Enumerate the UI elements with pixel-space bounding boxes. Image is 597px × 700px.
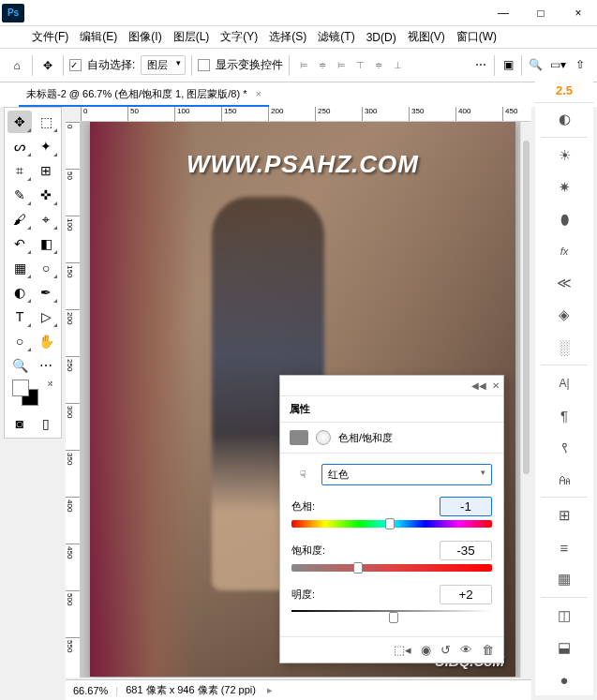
align-bottom-icon[interactable]: ⊥ bbox=[389, 57, 406, 74]
reset-icon[interactable]: ↺ bbox=[440, 643, 451, 657]
vertical-ruler[interactable]: 0 50 100 150 200 250 300 350 400 450 500… bbox=[66, 122, 81, 678]
brush-tool[interactable]: 🖌 bbox=[7, 208, 32, 231]
path-select-tool[interactable]: ▷ bbox=[34, 305, 58, 328]
delete-adjustment-icon[interactable]: 🗑 bbox=[482, 643, 494, 657]
lasso-tool[interactable]: ᔕ bbox=[7, 135, 32, 157]
swap-colors-icon[interactable]: ⤭ bbox=[47, 380, 53, 388]
gradient-tool[interactable]: ▦ bbox=[7, 257, 32, 279]
home-icon[interactable]: ⌂ bbox=[7, 56, 26, 75]
vertical-scrollbar[interactable] bbox=[520, 122, 531, 678]
menu-window[interactable]: 窗口(W) bbox=[451, 29, 502, 45]
brush-size-badge[interactable]: 2.5 bbox=[535, 79, 593, 103]
auto-select-dropdown[interactable]: 图层 bbox=[141, 55, 186, 75]
targeted-adjust-icon[interactable]: ☟ bbox=[291, 463, 314, 485]
menu-filter[interactable]: 滤镜(T) bbox=[312, 29, 360, 45]
clone-tool[interactable]: ⌖ bbox=[34, 208, 58, 231]
properties-panel-icon[interactable]: ▦ bbox=[535, 563, 593, 595]
scrollbar-thumb[interactable] bbox=[523, 141, 530, 474]
hue-slider-thumb[interactable] bbox=[385, 518, 395, 529]
quick-select-tool[interactable]: ✦ bbox=[34, 135, 58, 157]
minimize-button[interactable]: — bbox=[485, 0, 522, 26]
lightness-slider[interactable] bbox=[291, 610, 492, 619]
eyedropper-tool[interactable]: ✎ bbox=[7, 184, 32, 206]
3d-mode-icon[interactable]: ▣ bbox=[499, 55, 517, 74]
brush-panel-icon[interactable]: ⬮ bbox=[535, 203, 593, 235]
brightness-panel-icon[interactable]: ☀ bbox=[535, 140, 593, 171]
status-menu-icon[interactable]: ▸ bbox=[267, 684, 273, 696]
layers-panel-icon[interactable]: ⬓ bbox=[535, 632, 593, 663]
close-button[interactable]: × bbox=[560, 0, 597, 26]
align-left-icon[interactable]: ⊨ bbox=[295, 57, 312, 74]
clip-to-layer-icon[interactable]: ⬚◂ bbox=[394, 643, 411, 657]
shape-tool[interactable]: ○ bbox=[7, 330, 32, 352]
saturation-slider-thumb[interactable] bbox=[353, 562, 363, 573]
blur-tool[interactable]: ○ bbox=[34, 257, 58, 279]
adjustments-panel-icon[interactable]: ◈ bbox=[535, 299, 593, 331]
foreground-color[interactable] bbox=[12, 380, 29, 396]
zoom-level[interactable]: 66.67% bbox=[73, 685, 108, 696]
lightness-input[interactable] bbox=[440, 585, 492, 604]
hue-slider[interactable] bbox=[291, 520, 492, 529]
pen-tool[interactable]: ✒ bbox=[34, 281, 58, 304]
horizontal-ruler[interactable]: 0 50 100 150 200 250 300 350 400 450 500… bbox=[81, 107, 531, 122]
screen-mode-button[interactable]: ▯ bbox=[34, 412, 58, 435]
panel-close-icon[interactable]: ✕ bbox=[492, 380, 500, 391]
frame-tool[interactable]: ⊞ bbox=[34, 159, 58, 182]
close-tab-icon[interactable]: × bbox=[256, 88, 261, 99]
color-panel-icon[interactable]: ◐ bbox=[535, 103, 593, 135]
menu-view[interactable]: 视图(V) bbox=[402, 29, 451, 45]
menu-3d[interactable]: 3D(D) bbox=[361, 31, 402, 44]
glyphs-panel-icon[interactable]: ९ bbox=[535, 431, 593, 463]
saturation-input[interactable] bbox=[440, 541, 492, 560]
maximize-button[interactable]: □ bbox=[522, 0, 560, 26]
saturation-slider[interactable] bbox=[291, 564, 492, 573]
move-tool[interactable]: ✥ bbox=[7, 111, 32, 133]
menu-type[interactable]: 文字(Y) bbox=[215, 29, 263, 45]
channels-panel-icon[interactable]: ◫ bbox=[535, 600, 593, 632]
hue-input[interactable] bbox=[440, 497, 492, 516]
properties-panel[interactable]: ◀◀ ✕ 属性 色相/饱和度 ☟ 红色 色相: 饱和度: bbox=[279, 375, 504, 663]
styles-panel-icon[interactable]: fx bbox=[535, 235, 593, 267]
document-tab[interactable]: 未标题-2 @ 66.7% (色相/饱和度 1, 图层蒙版/8) * × bbox=[19, 83, 269, 107]
menu-select[interactable]: 选择(S) bbox=[263, 29, 312, 45]
collapse-icon[interactable]: ◀◀ bbox=[471, 380, 486, 391]
link-panel-icon[interactable]: ≪ bbox=[535, 267, 593, 299]
zoom-tool[interactable]: 🔍 bbox=[7, 354, 32, 377]
type-tool[interactable]: T bbox=[7, 305, 32, 328]
character-panel-icon[interactable]: A| bbox=[535, 367, 593, 399]
align-right-icon[interactable]: ⊨ bbox=[333, 57, 350, 74]
show-transform-checkbox[interactable] bbox=[198, 59, 210, 71]
align-top-icon[interactable]: ⊤ bbox=[351, 57, 368, 74]
view-previous-icon[interactable]: ◉ bbox=[421, 643, 431, 657]
paths-panel-icon[interactable]: ● bbox=[535, 663, 593, 695]
mask-icon[interactable] bbox=[316, 430, 331, 445]
toggle-visibility-icon[interactable]: 👁 bbox=[460, 643, 472, 657]
swatches-panel-icon[interactable]: ░ bbox=[535, 331, 593, 363]
menu-image[interactable]: 图像(I) bbox=[123, 29, 167, 45]
history-brush-tool[interactable]: ↶ bbox=[7, 232, 32, 255]
align-middle-icon[interactable]: ≑ bbox=[370, 57, 387, 74]
properties-panel-header[interactable]: ◀◀ ✕ bbox=[280, 376, 503, 396]
hand-tool[interactable]: ✋ bbox=[34, 330, 58, 352]
crop-tool[interactable]: ⌗ bbox=[7, 159, 32, 182]
menu-edit[interactable]: 编辑(E) bbox=[74, 29, 123, 45]
align-center-h-icon[interactable]: ≑ bbox=[314, 57, 331, 74]
menu-file[interactable]: 文件(F) bbox=[26, 29, 74, 45]
info-panel-icon[interactable]: ≡ bbox=[535, 531, 593, 563]
lightness-slider-thumb[interactable] bbox=[389, 612, 398, 623]
auto-select-checkbox[interactable] bbox=[69, 59, 82, 71]
quick-mask-button[interactable]: ◙ bbox=[7, 412, 32, 435]
type-panel-icon[interactable]: 🗛 bbox=[535, 463, 593, 495]
doc-dimensions[interactable]: 681 像素 x 946 像素 (72 ppi) bbox=[126, 683, 256, 697]
dodge-tool[interactable]: ◐ bbox=[7, 281, 32, 304]
search-icon[interactable]: 🔍 bbox=[526, 55, 545, 74]
eraser-tool[interactable]: ◧ bbox=[34, 232, 58, 255]
workspace-icon[interactable]: ▭▾ bbox=[548, 55, 567, 74]
properties-tab[interactable]: 属性 bbox=[280, 396, 503, 423]
paragraph-panel-icon[interactable]: ¶ bbox=[535, 399, 593, 431]
menu-layer[interactable]: 图层(L) bbox=[168, 29, 216, 45]
healing-tool[interactable]: ✜ bbox=[34, 184, 58, 206]
marquee-tool[interactable]: ⬚ bbox=[34, 111, 58, 133]
navigator-panel-icon[interactable]: ⊞ bbox=[535, 499, 593, 531]
asterisk-panel-icon[interactable]: ✷ bbox=[535, 171, 593, 203]
